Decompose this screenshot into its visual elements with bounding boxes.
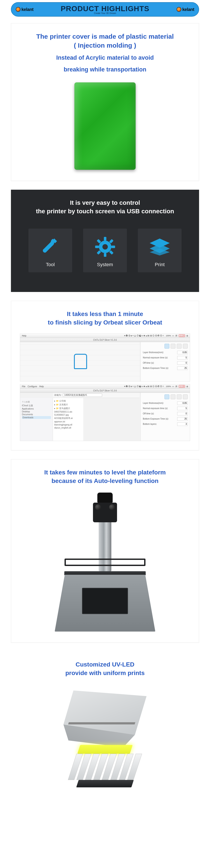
menu-help[interactable]: Help (22, 335, 27, 337)
touch-tile-print[interactable]: Print (138, 228, 182, 272)
sidebar-item-documents[interactable]: Documents (22, 413, 51, 416)
siri-icon: ◍ (186, 385, 188, 388)
svg-rect-1 (104, 237, 106, 241)
bottom-layers-input[interactable] (177, 423, 188, 426)
normal-exposure-input[interactable] (177, 407, 188, 410)
header-title-wrap: PRODUCT HIGHLIGHTS Create Your 3D Dream (33, 4, 177, 14)
normal-exposure-input[interactable] (177, 356, 188, 360)
uvled-heading-line1: Customized UV-LED (76, 661, 134, 668)
svg-rect-2 (104, 253, 106, 257)
cover-heading-line1: The printer cover is made of plastic mat… (20, 32, 190, 41)
menu-file[interactable]: File (22, 385, 25, 388)
cover-subheading-line2: breaking while transportation (20, 66, 190, 73)
panel-tab-hollow-icon[interactable] (177, 344, 182, 348)
list-item[interactable]: A210使用说明书.ai (54, 417, 82, 420)
touch-label-tool: Tool (31, 262, 70, 268)
save-dialog-topbar: 存储为: 140824龙生肖佛戒指#1 (53, 393, 140, 398)
menubar-icons: ◧ ✿ Ⓠ ▣ ☁ ⚠ ⓩ ☯ ⌘ ⦿ ⏏ ✉ ☰ ⓘ ⓦ ✆ ⓑ ᯤ (124, 385, 165, 388)
layer-thickness-input[interactable] (177, 401, 188, 405)
touch-label-system: System (85, 262, 125, 268)
cover-heading-line2: ( Injection molding ) (20, 41, 190, 50)
touch-tile-system[interactable]: System (83, 228, 127, 272)
section-slicing: It takes less than 1 minute to finish sl… (11, 301, 199, 450)
mac-menubar: File Configure Help ◧ ✿ Ⓠ ▣ ☁ ⚠ ⓩ ☯ ⌘ ⦿ … (20, 384, 190, 389)
brand-name: kelant (182, 7, 194, 12)
off-time-label: Off time (s): (143, 362, 154, 364)
lang-icon: 拼 (175, 385, 177, 388)
favorites-header: 个人收藏 (22, 401, 51, 403)
sidebar-item-desktop[interactable]: Desktop (22, 410, 51, 413)
panel-tab-supports-icon[interactable] (171, 395, 175, 399)
cover-subheading-line1: Instead of Acrylic material to avoid (20, 54, 190, 62)
panel-tab-settings-icon[interactable] (183, 344, 188, 348)
touch-tile-tool[interactable]: Tool (28, 228, 72, 272)
finder-sidebar: 个人收藏 iCloud 云盘 Applications Desktop Docu… (20, 398, 53, 441)
sidebar-item-applications[interactable]: Applications (22, 408, 51, 410)
save-as-field[interactable]: 140824龙生肖佛戒指#1 (63, 393, 102, 397)
slicer-side-panel: Layer thickness(mm): Normal exposure tim… (141, 393, 190, 441)
list-item[interactable]: 049375000111.stx (54, 411, 82, 413)
list-item[interactable]: bianxingjingang.stl (54, 424, 82, 426)
brand-logo-left: kelant (16, 7, 33, 12)
panel-tab-settings-icon[interactable] (183, 395, 188, 399)
svg-point-9 (102, 244, 108, 250)
menubar-clock: 11:24 (179, 334, 185, 337)
bottom-exposure-label: Bottom Exposure Time (s): (143, 417, 169, 420)
battery-pct: 100% (166, 335, 171, 337)
layer-thickness-label: Layer thickness(mm): (143, 402, 164, 404)
green-cover-image (74, 82, 136, 170)
sidebar-item-downloads[interactable]: Downloads (22, 416, 51, 419)
logo-ring-icon (177, 7, 181, 12)
normal-exposure-label: Normal exposure time (s): (143, 407, 168, 409)
layer-thickness-label: Layer thickness(mm): (143, 351, 164, 353)
printer-touchscreen (82, 588, 128, 614)
logo-ring-icon (16, 7, 21, 12)
list-item[interactable]: 亚马逊图片 (54, 407, 82, 410)
panel-tab-layers-icon[interactable] (164, 395, 169, 399)
off-time-input[interactable] (177, 361, 188, 365)
menubar-icons: ◧ ✿ Ⓠ ▣ ☁ ⚠ ⓩ ☯ ⌘ ⦿ ⏏ ✉ ☰ ⓘ ⓦ ✆ ⓑ ᯤ (124, 335, 165, 337)
touch-heading-line1: It is very easy to control (70, 199, 140, 206)
bottom-exposure-input[interactable] (177, 417, 188, 421)
section-uv-led: Customized UV-LED provide with uniform p… (11, 651, 199, 808)
touch-heading-line2: the printer by touch screen via USB conn… (36, 208, 174, 215)
heatsink (72, 749, 138, 786)
menu-configure[interactable]: Configure (28, 385, 37, 388)
list-item[interactable]: 公司税 (54, 400, 82, 403)
list-item[interactable]: 514590827.jpg (54, 414, 82, 416)
printer-image (44, 492, 166, 631)
finder-column-1: 公司税 京东图片 亚马逊图片 049375000111.stx 51459082… (53, 398, 84, 441)
bottom-exposure-label: Bottom Exposure Time (s): (143, 367, 169, 369)
model-preview-icon (74, 354, 87, 369)
mac-menubar: Help ◧ ✿ Ⓠ ▣ ☁ ⚠ ⓩ ☯ ⌘ ⦿ ⏏ ✉ ☰ ⓘ ⓦ ✆ ⓑ ᯤ… (20, 334, 190, 338)
vat-frame (64, 571, 146, 575)
header-subtitle: Create Your 3D Dream (33, 12, 177, 14)
off-time-input[interactable] (177, 412, 188, 415)
battery-pct: 100% (166, 385, 171, 388)
list-item[interactable]: 京东图片 (54, 403, 82, 406)
menubar-clock: 11:25 (179, 385, 185, 388)
siri-icon: ◍ (186, 335, 188, 337)
section-cover-material: The printer cover is made of plastic mat… (11, 23, 199, 181)
normal-exposure-label: Normal exposure time (s): (143, 356, 168, 359)
brand-name: kelant (22, 7, 33, 12)
list-item[interactable]: appmon.txt (54, 421, 82, 423)
list-item[interactable]: dazuo_english.stl (54, 427, 82, 429)
layers-icon (140, 235, 179, 259)
header-pill: kelant PRODUCT HIGHLIGHTS Create Your 3D… (11, 2, 199, 17)
panel-tab-layers-icon[interactable] (164, 344, 169, 348)
top-knob (97, 493, 113, 503)
lang-icon: 拼 (175, 334, 177, 337)
uvled-heading-line2: provide with uniform prints (65, 670, 145, 676)
build-plate-arm (64, 559, 146, 566)
sidebar-item-icloud[interactable]: iCloud 云盘 (22, 404, 51, 407)
off-time-label: Off time (s): (143, 412, 154, 415)
layer-thickness-input[interactable] (177, 351, 188, 354)
panel-tab-hollow-icon[interactable] (177, 395, 182, 399)
bottom-exposure-input[interactable] (177, 367, 188, 370)
menu-help[interactable]: Help (39, 385, 44, 388)
slicer-side-panel: Layer thickness(mm): Normal exposure tim… (141, 342, 190, 381)
slicer-canvas[interactable] (20, 342, 140, 381)
slicing-heading-line2: to finish slicing by Orbeat slicer Orbea… (48, 319, 162, 326)
panel-tab-supports-icon[interactable] (171, 344, 175, 348)
